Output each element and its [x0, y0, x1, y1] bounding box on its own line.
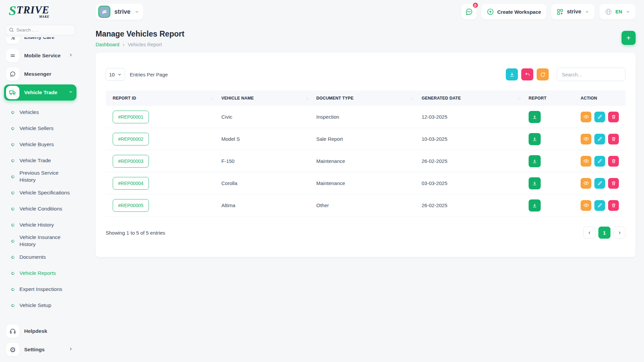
eye-icon: [583, 158, 589, 164]
pencil-icon: [597, 181, 602, 186]
breadcrumb-dashboard-link[interactable]: Dashboard: [96, 42, 119, 47]
plus-circle-icon: [487, 8, 494, 15]
trash-icon: [611, 114, 616, 119]
create-workspace-button[interactable]: Create Workspace: [481, 4, 547, 19]
sidebar-subitem-vehicle-conditions[interactable]: Vehicle Conditions: [11, 201, 80, 217]
bullet-ring-icon: [11, 191, 15, 195]
delete-report-button[interactable]: [608, 112, 619, 122]
bullet-ring-icon: [11, 159, 15, 163]
chat-button[interactable]: 0: [461, 4, 477, 19]
edit-report-button[interactable]: [594, 112, 605, 122]
download-report-button[interactable]: [529, 177, 541, 189]
view-report-button[interactable]: [581, 200, 591, 211]
download-report-button[interactable]: [529, 155, 541, 167]
sidebar-subitem-vehicles[interactable]: Vehicles: [11, 104, 80, 120]
report-id-pill[interactable]: #REP00004: [113, 177, 149, 190]
entries-per-page-select[interactable]: 10: [106, 68, 125, 81]
bullet-ring-icon: [11, 207, 15, 211]
undo-button[interactable]: [521, 68, 533, 80]
current-page-button[interactable]: 1: [598, 227, 610, 239]
delete-report-button[interactable]: [608, 200, 619, 211]
report-id-pill[interactable]: #REP00001: [113, 111, 149, 123]
delete-report-button[interactable]: [608, 178, 619, 189]
next-page-button[interactable]: [613, 227, 626, 239]
sidebar-item-vehicle-trade[interactable]: Vehicle Trade: [4, 84, 76, 101]
vehicle-name-cell: Corolla: [221, 180, 316, 186]
language-selector[interactable]: EN: [599, 4, 636, 19]
sidebar-item-mobile-service[interactable]: Mobile Service: [4, 48, 76, 64]
gear-icon: ⚙: [6, 343, 19, 356]
sidebar-subitem-vehicle-specifications[interactable]: Vehicle Specifications: [11, 185, 80, 201]
edit-report-button[interactable]: [594, 156, 605, 167]
download-report-button[interactable]: [529, 133, 541, 145]
header-report: REPORT: [529, 96, 581, 101]
report-id-pill[interactable]: #REP00005: [113, 199, 149, 212]
view-report-button[interactable]: [581, 156, 591, 167]
sidebar-subitem-vehicle-setup[interactable]: Vehicle Setup: [11, 297, 80, 313]
truck-icon: [6, 86, 19, 99]
pencil-icon: [597, 136, 602, 141]
export-button[interactable]: [506, 68, 518, 80]
refresh-button[interactable]: [537, 68, 549, 80]
entries-per-page-label: Entries Per Page: [130, 72, 168, 77]
sidebar-item-elderly-care[interactable]: Elderly Care: [4, 37, 76, 45]
sidebar-subitem-documents[interactable]: Documents: [11, 249, 80, 265]
header-vehicle-name[interactable]: VEHICLE NAME↑↓: [221, 96, 316, 101]
view-report-button[interactable]: [581, 112, 591, 122]
sidebar-item-settings[interactable]: ⚙ Settings: [4, 342, 76, 358]
sidebar-subitem-vehicle-buyers[interactable]: Vehicle Buyers: [11, 136, 80, 153]
sidebar-item-helpdesk[interactable]: Helpdesk: [4, 323, 76, 339]
download-report-button[interactable]: [529, 111, 541, 123]
logo-tagline: MAKE: [16, 15, 49, 18]
sidebar-subitem-vehicle-history[interactable]: Vehicle History: [11, 217, 80, 233]
sidebar-item-messenger[interactable]: Messenger: [4, 66, 76, 82]
sidebar-subitem-expert-inspections[interactable]: Expert Inspections: [11, 281, 80, 297]
generated-date-cell: 26-02-2025: [422, 202, 529, 208]
sidebar-subitem-vehicle-trade[interactable]: Vehicle Trade: [11, 153, 80, 169]
edit-report-button[interactable]: [594, 200, 605, 211]
edit-report-button[interactable]: [594, 178, 605, 189]
page-title: Manage Vehicles Report: [96, 29, 184, 39]
eye-icon: [583, 202, 589, 208]
sidebar-subitem-vehicle-reports[interactable]: Vehicle Reports: [11, 265, 80, 281]
sort-icon[interactable]: ↑↓: [411, 97, 414, 100]
company-selector[interactable]: strive: [96, 4, 143, 20]
bullet-ring-icon: [11, 223, 15, 227]
delete-report-button[interactable]: [608, 134, 619, 144]
view-report-button[interactable]: [581, 134, 591, 144]
sidebar-subitem-vehicle-insurance-history[interactable]: Vehicle Insurance History: [11, 233, 80, 249]
sort-icon[interactable]: ↑↓: [518, 97, 521, 100]
pencil-icon: [597, 203, 602, 208]
sidebar-subitem-vehicle-sellers[interactable]: Vehicle Sellers: [11, 120, 80, 136]
view-report-button[interactable]: [581, 178, 591, 189]
edit-report-button[interactable]: [594, 134, 605, 144]
sort-icon[interactable]: ↑↓: [306, 97, 308, 100]
company-logo-icon: [98, 6, 110, 18]
header-document-type[interactable]: DOCUMENT TYPE↑↓: [316, 96, 422, 101]
download-icon: [532, 203, 537, 208]
sidebar-subitem-previous-service-history[interactable]: Previous Service History: [11, 169, 80, 185]
chevron-down-icon: [68, 89, 73, 96]
header-generated-date[interactable]: GENERATED DATE↑↓: [422, 96, 529, 101]
table-header-row: REPORT ID↑↓ VEHICLE NAME↑↓ DOCUMENT TYPE…: [106, 90, 626, 106]
brand-logo: S TRIVE MAKE: [0, 0, 80, 22]
sidebar: S TRIVE MAKE Elderly Care Mobile Service: [0, 0, 80, 362]
chevron-right-icon: [68, 53, 73, 59]
document-type-cell: Sale Report: [316, 136, 422, 142]
add-report-button[interactable]: [622, 31, 636, 45]
download-report-button[interactable]: [529, 199, 541, 212]
report-id-pill[interactable]: #REP00002: [113, 133, 149, 145]
sort-icon[interactable]: ↑↓: [211, 97, 213, 100]
document-type-cell: Maintenance: [316, 180, 422, 186]
prev-page-button[interactable]: [583, 227, 595, 239]
header-report-id[interactable]: REPORT ID↑↓: [106, 96, 221, 101]
table-search-input[interactable]: [557, 68, 626, 81]
main-content: strive 0 Create Workspace strive EN: [80, 0, 644, 257]
report-id-pill[interactable]: #REP00003: [113, 155, 149, 168]
workspace-selector[interactable]: strive: [551, 4, 595, 19]
sidebar-search-input[interactable]: [5, 25, 75, 35]
delete-report-button[interactable]: [608, 156, 619, 167]
globe-icon: [605, 8, 612, 15]
logo-s-glyph: S: [9, 5, 16, 17]
vehicle-name-cell: Model S: [221, 136, 316, 142]
